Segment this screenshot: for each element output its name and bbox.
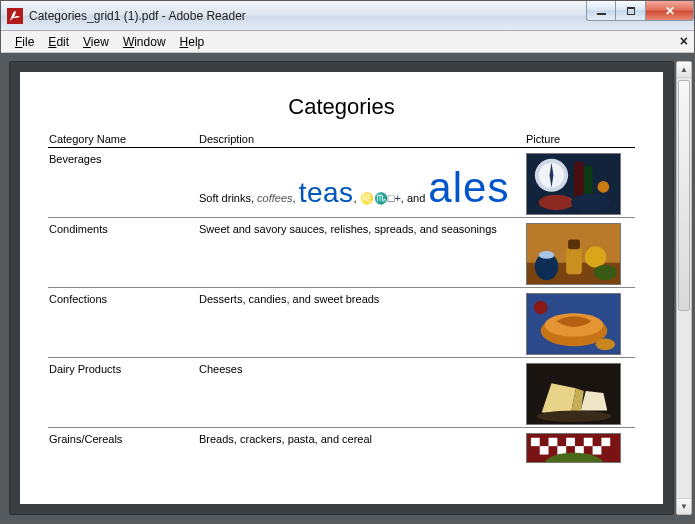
menu-window[interactable]: Window (117, 33, 172, 51)
cell-name: Condiments (48, 218, 198, 288)
bev-symbols: ♌♏□+ (360, 192, 401, 204)
categories-table: Category Name Description Picture Bevera… (48, 132, 635, 465)
svg-point-15 (585, 246, 607, 267)
scroll-thumb[interactable] (678, 80, 690, 311)
close-button[interactable]: ✕ (646, 1, 694, 21)
cell-desc: Soft drinks, coffees, teas, ♌♏□+, and al… (198, 148, 525, 218)
cell-name: Beverages (48, 148, 198, 218)
adobe-reader-icon (7, 8, 23, 24)
menu-file[interactable]: File (9, 33, 40, 51)
svg-point-8 (597, 181, 609, 193)
cell-name: Grains/Cereals (48, 428, 198, 466)
bev-ales: ales (428, 164, 509, 211)
cell-desc: Desserts, candies, and sweet breads (198, 288, 525, 358)
cell-desc: Breads, crackers, pasta, and cereal (198, 428, 525, 466)
close-icon: ✕ (665, 4, 675, 18)
svg-rect-13 (566, 247, 582, 274)
maximize-icon (627, 7, 635, 15)
viewport: Categories Category Name Description Pic… (1, 53, 694, 523)
maximize-button[interactable] (616, 1, 646, 21)
svg-point-26 (537, 410, 611, 422)
menu-view[interactable]: View (77, 33, 115, 51)
menu-help[interactable]: Help (174, 33, 211, 51)
cell-pic (525, 148, 635, 218)
svg-rect-14 (568, 239, 580, 249)
thumbnail-dairy (526, 363, 621, 425)
bev-teas: teas (299, 177, 354, 208)
cell-pic (525, 218, 635, 288)
cell-name: Dairy Products (48, 358, 198, 428)
scroll-up-button[interactable]: ▲ (677, 62, 691, 78)
col-header-pic: Picture (525, 132, 635, 148)
thumbnail-grains (526, 433, 621, 463)
minimize-button[interactable] (586, 1, 616, 21)
cell-desc: Cheeses (198, 358, 525, 428)
svg-rect-32 (601, 438, 610, 446)
window-controls: ✕ (586, 1, 694, 21)
pdf-page: Categories Category Name Description Pic… (20, 72, 663, 504)
page-title: Categories (48, 94, 635, 120)
svg-point-7 (571, 194, 610, 211)
table-row: Grains/Cereals Breads, crackers, pasta, … (48, 428, 635, 466)
svg-rect-29 (549, 438, 558, 446)
svg-rect-28 (531, 438, 540, 446)
table-row: Condiments Sweet and savory sauces, reli… (48, 218, 635, 288)
cell-pic (525, 358, 635, 428)
title-bar: Categories_grid1 (1).pdf - Adobe Reader … (1, 1, 694, 31)
col-header-desc: Description (198, 132, 525, 148)
window-title: Categories_grid1 (1).pdf - Adobe Reader (29, 9, 246, 23)
menu-bar: File Edit View Window Help × (1, 31, 694, 53)
svg-rect-0 (7, 8, 23, 24)
col-header-name: Category Name (48, 132, 198, 148)
minimize-icon (597, 13, 606, 15)
table-row: Confections Desserts, candies, and sweet… (48, 288, 635, 358)
svg-point-12 (539, 251, 555, 259)
svg-rect-36 (593, 446, 602, 454)
cell-name: Confections (48, 288, 198, 358)
bev-coffees: coffees (257, 192, 292, 204)
scroll-down-button[interactable]: ▼ (677, 498, 691, 514)
cell-pic (525, 428, 635, 466)
thumbnail-condiments (526, 223, 621, 285)
menu-edit[interactable]: Edit (42, 33, 75, 51)
svg-rect-30 (566, 438, 575, 446)
svg-point-21 (596, 339, 616, 351)
table-row: Beverages Soft drinks, coffees, teas, ♌♏… (48, 148, 635, 218)
page-frame: Categories Category Name Description Pic… (9, 61, 674, 515)
cell-pic (525, 288, 635, 358)
cell-desc: Sweet and savory sauces, relishes, sprea… (198, 218, 525, 288)
table-row: Dairy Products Cheeses (48, 358, 635, 428)
svg-rect-31 (584, 438, 593, 446)
vertical-scrollbar[interactable]: ▲ ▼ (676, 61, 692, 515)
svg-rect-33 (540, 446, 549, 454)
svg-point-16 (594, 265, 617, 280)
thumbnail-beverages (526, 153, 621, 215)
bev-soft: Soft drinks, (199, 192, 257, 204)
svg-rect-5 (584, 166, 593, 199)
thumbnail-confections (526, 293, 621, 355)
svg-point-6 (539, 195, 574, 210)
svg-rect-4 (574, 162, 584, 199)
document-close-icon[interactable]: × (680, 33, 688, 49)
scroll-track[interactable] (677, 78, 691, 498)
svg-point-20 (534, 301, 548, 315)
